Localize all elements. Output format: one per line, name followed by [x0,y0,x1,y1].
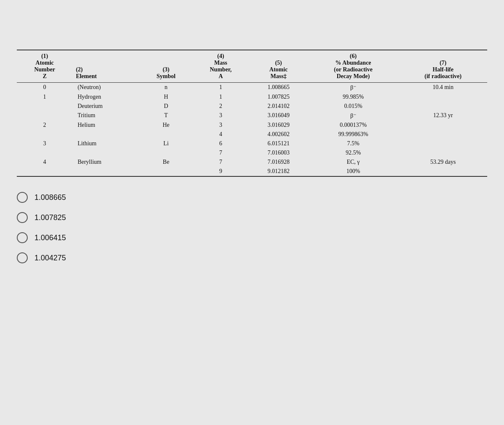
radio-circle[interactable] [17,232,28,243]
question-text [17,13,487,37]
col-header-5: (5)AtomicMass‡ [249,50,307,83]
col-header-1: (1)AtomicNumberZ [17,50,73,83]
table-row: DeuteriumD22.0141020.015% [17,102,487,111]
radio-circle[interactable] [17,212,28,223]
radio-circle[interactable] [17,192,28,203]
isotope-table: (1)AtomicNumberZ (2)Element (3)Symbol (4… [17,50,487,177]
col-header-2: (2)Element [73,50,140,83]
col-header-4: (4)MassNumber,A [192,50,249,83]
choice-label: 1.007825 [34,213,66,222]
table-row: 2HeliumHe33.0160290.000137% [17,121,487,130]
choice-item[interactable]: 1.007825 [17,212,487,223]
col-header-3: (3)Symbol [140,50,192,83]
table-row: 77.01600392.5% [17,148,487,157]
choice-item[interactable]: 1.004275 [17,252,487,263]
table-row: TritiumT33.016049β⁻12.33 yr [17,111,487,121]
choice-label: 1.008665 [34,193,66,202]
answer-choices: 1.0086651.0078251.0064151.004275 [17,192,487,263]
table-row: 4BerylliumBe77.016928EC, γ53.29 days [17,157,487,167]
table-row: 0(Neutron)n11.008665β⁻10.4 min [17,83,487,93]
choice-item[interactable]: 1.008665 [17,192,487,203]
table-row: 99.012182100% [17,167,487,176]
choice-item[interactable]: 1.006415 [17,232,487,243]
col-header-6: (6)% Abundance(or RadioactiveDecay Mode) [307,50,399,83]
radio-circle[interactable] [17,252,28,263]
choice-label: 1.004275 [34,254,66,262]
col-header-7: (7)Half-life(if radioactive) [399,50,487,83]
table-row: 3LithiumLi66.0151217.5% [17,139,487,148]
table-row: 44.00260299.999863% [17,130,487,139]
table-row: 1HydrogenH11.00782599.985% [17,92,487,102]
choice-label: 1.006415 [34,233,66,242]
